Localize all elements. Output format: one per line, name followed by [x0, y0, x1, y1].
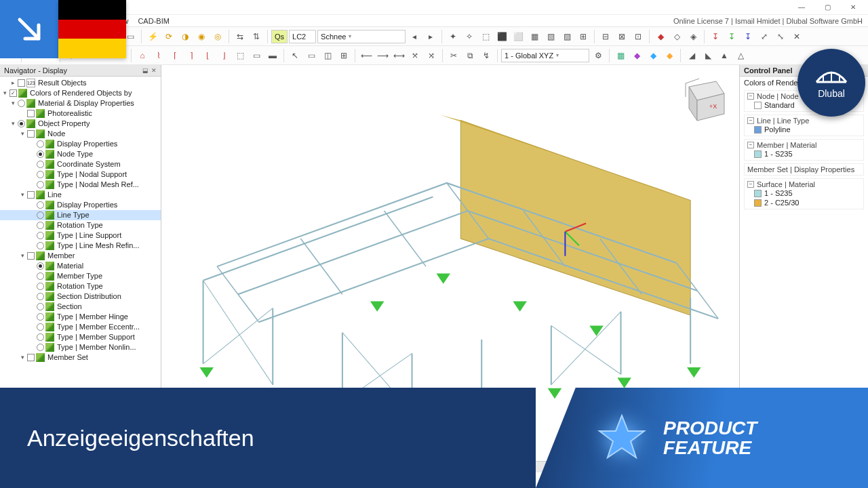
loadcase-code[interactable]: Qs: [271, 30, 288, 43]
tree-item[interactable]: Rotation Type: [56, 220, 103, 230]
tree-item[interactable]: Photorealistic: [46, 108, 92, 119]
tb-icon[interactable]: ⌋: [216, 48, 231, 63]
tree-item[interactable]: Type | Member Support: [56, 332, 135, 342]
tree-item[interactable]: Node: [46, 129, 65, 139]
tb-icon[interactable]: ⌉: [184, 48, 199, 63]
tree-item[interactable]: Section: [56, 302, 82, 312]
tb-icon[interactable]: △: [733, 48, 748, 63]
tb-show-icon[interactable]: ⚡: [145, 29, 160, 44]
loadcase-number[interactable]: LC2: [289, 30, 316, 43]
tb-icon[interactable]: ▨: [559, 29, 574, 44]
tb-icon[interactable]: ⚙: [591, 48, 606, 63]
tb-icon[interactable]: ⟵: [359, 48, 374, 63]
minimize-button[interactable]: —: [789, 1, 814, 14]
tree-item[interactable]: Node Type: [56, 149, 93, 159]
tb-icon[interactable]: ▦: [527, 29, 542, 44]
tb-icon[interactable]: ⤧: [408, 48, 422, 63]
tb-icon[interactable]: ✂: [446, 48, 461, 63]
tree-item[interactable]: Result Objects: [37, 78, 87, 88]
tree-item[interactable]: Type | Member Eccentr...: [56, 322, 140, 332]
tb-grid-icon[interactable]: ▦: [613, 48, 628, 63]
tb-frame-icon[interactable]: ⌂: [135, 48, 150, 63]
tb-icon[interactable]: ⤨: [424, 48, 439, 63]
tree-item[interactable]: Display Properties: [56, 200, 117, 210]
tb-prev-icon[interactable]: ◂: [407, 29, 422, 44]
tb-icon[interactable]: ◆: [629, 48, 644, 63]
tb-icon[interactable]: ⊟: [598, 29, 613, 44]
tb-icon[interactable]: ⟷: [391, 48, 406, 63]
tree-item[interactable]: Member Set: [46, 352, 88, 363]
tb-icon[interactable]: ◇: [669, 29, 684, 44]
tb-cursor-icon[interactable]: ↖: [288, 48, 302, 63]
close-panel-icon[interactable]: ✕: [151, 67, 157, 74]
tb-icon[interactable]: ◎: [210, 29, 225, 44]
cp-group-memberset[interactable]: Member Set | Display Properties: [747, 165, 854, 174]
tb-axis-y-icon[interactable]: ↧: [724, 29, 739, 44]
tree-item[interactable]: Colors of Rendered Objects by: [28, 88, 132, 98]
tb-icon[interactable]: ◫: [320, 48, 335, 63]
tb-icon[interactable]: ◣: [701, 48, 715, 63]
tb-icon[interactable]: ▭: [304, 48, 319, 63]
tb-icon[interactable]: ▭: [249, 48, 264, 63]
tree-item[interactable]: Type | Nodal Mesh Ref...: [56, 180, 139, 190]
tb-icon[interactable]: ⬜: [511, 29, 526, 44]
tb-icon[interactable]: ✧: [462, 29, 477, 44]
tb-icon[interactable]: ⇅: [249, 29, 264, 44]
pin-icon[interactable]: ⬓: [142, 67, 149, 74]
tb-icon[interactable]: ▧: [543, 29, 558, 44]
tb-icon[interactable]: ◈: [686, 29, 701, 44]
tb-icon[interactable]: ◆: [662, 48, 677, 63]
tb-icon[interactable]: ⬚: [478, 29, 493, 44]
tb-icon[interactable]: ⟳: [161, 29, 176, 44]
tb-icon[interactable]: ◆: [646, 48, 660, 63]
tb-icon[interactable]: ✕: [789, 29, 804, 44]
tb-icon[interactable]: ⊞: [336, 48, 351, 63]
tb-axis-x-icon[interactable]: ↧: [708, 29, 723, 44]
navigation-cube[interactable]: +X: [675, 73, 730, 127]
tb-icon[interactable]: ⤡: [773, 29, 788, 44]
tb-icon[interactable]: ⊞: [576, 29, 591, 44]
tb-next-icon[interactable]: ▸: [423, 29, 438, 44]
tree-item[interactable]: Member Type: [56, 271, 102, 281]
coord-system-select[interactable]: 1 - Global XYZ▾: [501, 49, 589, 62]
tb-icon[interactable]: ⊡: [631, 29, 646, 44]
tree-item[interactable]: Section Distribution: [56, 291, 121, 302]
tb-icon[interactable]: ◑: [178, 29, 193, 44]
tb-icon[interactable]: ⌊: [200, 48, 215, 63]
tree-item[interactable]: Type | Nodal Support: [56, 169, 127, 180]
tree-item[interactable]: Rotation Type: [56, 281, 103, 291]
cp-group-member[interactable]: Member | Material: [757, 141, 816, 149]
tb-icon[interactable]: ✦: [446, 29, 460, 44]
tree-item[interactable]: Material: [56, 261, 83, 271]
tree-item[interactable]: Type | Line Support: [56, 230, 121, 241]
tb-icon[interactable]: ▲: [717, 48, 732, 63]
tb-icon[interactable]: ⬛: [494, 29, 509, 44]
cp-group-line[interactable]: Line | Line Type: [757, 117, 809, 125]
tb-icon[interactable]: ⊠: [614, 29, 629, 44]
tb-icon[interactable]: ⌇: [151, 48, 166, 63]
tb-icon[interactable]: ↯: [479, 48, 494, 63]
tb-icon[interactable]: ⬚: [233, 48, 248, 63]
cp-group-surface[interactable]: Surface | Material: [757, 180, 815, 188]
tree-item[interactable]: Type | Line Mesh Refin...: [56, 241, 139, 251]
loadcase-name[interactable]: Schnee▾: [317, 30, 406, 43]
tree-item[interactable]: Display Properties: [56, 139, 117, 149]
tree-item[interactable]: Type | Member Nonlin...: [56, 342, 136, 352]
menu-cadbim[interactable]: CAD-BIM: [138, 17, 169, 25]
maximize-button[interactable]: ▢: [815, 1, 840, 14]
tb-icon[interactable]: ⧉: [462, 48, 477, 63]
tb-icon[interactable]: ⇆: [233, 29, 248, 44]
tb-icon[interactable]: ⌈: [167, 48, 182, 63]
tree-item-selected[interactable]: Line Type: [56, 210, 90, 220]
tree-item[interactable]: Member: [46, 251, 75, 261]
tb-icon[interactable]: ◉: [194, 29, 209, 44]
tree-item[interactable]: Coordinate System: [56, 159, 121, 169]
tree-item[interactable]: Line: [46, 190, 62, 200]
close-button[interactable]: ✕: [841, 1, 865, 14]
tb-icon[interactable]: ▬: [265, 48, 280, 63]
tb-icon[interactable]: ◆: [653, 29, 668, 44]
tb-icon[interactable]: ◢: [684, 48, 699, 63]
tree-item[interactable]: Object Property: [37, 119, 90, 129]
tb-icon[interactable]: ⟶: [375, 48, 390, 63]
tb-axis-z-icon[interactable]: ↧: [741, 29, 755, 44]
